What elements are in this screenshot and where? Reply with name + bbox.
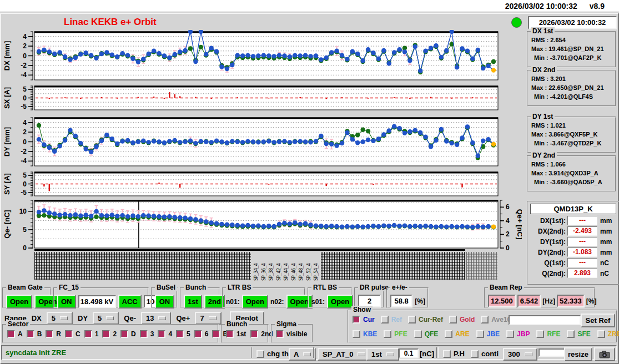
show-checkbox-sfe[interactable]: SFE <box>567 330 590 338</box>
checkbox-label: Cur <box>363 316 375 323</box>
range-qep-dropdown[interactable]: 7 <box>195 312 221 325</box>
show-checkbox-jbp[interactable]: JBP <box>506 330 530 338</box>
show-checkbox-are[interactable]: ARE <box>445 330 469 338</box>
busel-on-button[interactable]: ON <box>155 295 174 309</box>
busel-group: BuSel ON <box>151 287 178 308</box>
set-ref-button[interactable]: Set Ref <box>581 314 615 327</box>
fc15-kv-field[interactable]: 18.498 kV <box>78 295 116 308</box>
sector-checkbox-b[interactable]: B <box>27 330 42 338</box>
sector-checkbox-1[interactable]: 1 <box>84 330 99 338</box>
show-checkbox-zre[interactable]: ZRE <box>597 330 619 338</box>
range-dx-dropdown[interactable]: 5 <box>47 312 73 325</box>
application-window: 2026/03/02 10:00:32 v8.9 Linac KEKB e+ O… <box>0 0 619 364</box>
bpm-name-dense-labels <box>321 252 465 280</box>
bpm-select-dropdown[interactable]: SP_AT_0 <box>318 348 370 361</box>
show-checkbox-kbe[interactable]: KBE <box>353 330 377 338</box>
checkbox-icon <box>102 330 110 338</box>
sector-checkbox-6[interactable]: 6 <box>194 330 209 338</box>
rtl-s01-label: s01: <box>311 298 325 306</box>
chart-qe: 1050Qe- [nC]6420Qe+ [nC] <box>0 199 522 250</box>
statusbar-divider <box>313 347 315 358</box>
svg-text:5: 5 <box>23 171 27 179</box>
sector-checkbox-r[interactable]: R <box>46 330 61 338</box>
show-checkbox-cur-ref[interactable]: Cur-Ref <box>408 316 443 323</box>
checkbox-label: B <box>37 330 42 338</box>
bunch-checkbox-2nd[interactable]: 2nd <box>250 330 273 338</box>
checkbox-icon <box>176 330 184 338</box>
beam-gate-open-button-1[interactable]: Open <box>6 295 32 309</box>
bpm-row-value: --- <box>567 237 597 246</box>
stat-line: Max : 3.866@QXF5P_K <box>528 130 615 139</box>
sector-checkbox-a[interactable]: A <box>7 330 23 338</box>
svg-text:-4: -4 <box>21 71 27 79</box>
extra-input[interactable] <box>539 348 565 357</box>
fc15-acc-button[interactable]: ACC <box>118 295 142 309</box>
bpm-name-label: SP_54_4 <box>313 252 319 281</box>
ref-file-input[interactable] <box>509 315 581 325</box>
bunch-1st-button[interactable]: 1st <box>184 295 202 309</box>
sector-checkbox-d[interactable]: D <box>120 330 136 338</box>
threshold-field[interactable]: 0.1 <box>399 348 419 358</box>
chg-th-checkbox[interactable]: chg th <box>256 350 289 358</box>
sector-checkbox-2[interactable]: 2 <box>102 330 117 338</box>
bunch-check-group: Bunch 1st2nd <box>221 324 269 343</box>
resize-button[interactable]: resize <box>564 347 592 361</box>
ratio-field[interactable]: 58.8 <box>390 295 412 307</box>
show-checkbox-rfe[interactable]: RFE <box>536 330 560 338</box>
beam-rep-hz-label: [Hz] <box>542 297 555 305</box>
checkbox-icon <box>414 330 422 338</box>
bpm-row-unit: mm <box>600 228 612 235</box>
points-dropdown[interactable]: 300 <box>503 348 537 361</box>
checkbox-icon <box>27 330 34 338</box>
status-message: syncdata init ZRE <box>6 348 66 357</box>
checkbox-icon <box>443 350 451 358</box>
show-checkbox-ref[interactable]: Ref <box>381 316 402 323</box>
checkbox-icon <box>226 330 234 338</box>
ltr-n01-open-button[interactable]: Open <box>242 295 268 309</box>
sector-checkbox-4[interactable]: 4 <box>158 330 172 338</box>
camera-button[interactable] <box>594 347 615 361</box>
dropdown-indicator-icon <box>525 352 532 356</box>
show-checkbox-pfe[interactable]: PFE <box>384 330 407 338</box>
svg-text:2: 2 <box>23 42 27 50</box>
bpm-name-label: SP_52_4 <box>306 252 311 281</box>
checkbox-label: ZRE <box>608 330 619 338</box>
bpm-monitor-row: DY(2nd):-1.083mm <box>528 247 618 257</box>
show-checkbox-gold[interactable]: Gold <box>449 316 475 323</box>
bpm-monitor-row: DY(1st):---mm <box>528 236 618 247</box>
bunch-checkbox-1st[interactable]: 1st <box>226 330 246 338</box>
range-qem-dropdown[interactable]: 13 <box>141 312 171 325</box>
rtl-s01-open-button[interactable]: Open <box>327 295 353 309</box>
bpm-row-value: -2.493 <box>567 226 597 236</box>
bunch-select-dropdown[interactable]: 1st <box>366 348 399 361</box>
sector-checkbox-c[interactable]: C <box>65 330 80 338</box>
show-checkbox-ave10[interactable]: Ave10 <box>481 316 511 323</box>
svg-text:-5: -5 <box>21 103 27 110</box>
sector-checkbox-3[interactable]: 3 <box>140 330 154 338</box>
checkbox-icon <box>256 350 264 358</box>
sector-select-dropdown[interactable]: A <box>289 348 316 361</box>
fc15-on-button[interactable]: ON <box>57 295 76 309</box>
dr-pulse-label: DR pulse <box>358 284 390 291</box>
statusbar-divider <box>251 347 253 358</box>
stat-line: Min : -4.201@QLF4S <box>528 92 615 101</box>
ph-checkbox[interactable]: P.H <box>443 350 465 358</box>
titlebar-datetime: 2026/03/02 10:00:32 <box>505 2 577 11</box>
svg-text:Qe- [nC]: Qe- [nC] <box>3 210 11 238</box>
stat-group-title: DX 2nd <box>531 66 557 74</box>
stat-group-dy-1st: DY 1stRMS : 1.021Max : 3.866@QXF5P_KMin … <box>527 117 616 153</box>
show-checkbox-cur[interactable]: Cur <box>353 316 375 323</box>
conti-checkbox[interactable]: conti <box>471 350 499 358</box>
checkbox-label: 6 <box>205 330 209 338</box>
show-checkbox-jbe[interactable]: JBE <box>476 330 500 338</box>
range-dy-dropdown[interactable]: 5 <box>93 312 119 325</box>
bpm-name-label: SP_44_4 <box>283 252 289 281</box>
dropdown-indicator-icon <box>303 352 311 356</box>
show-label: Show <box>351 306 373 314</box>
sigma-checkbox-visible[interactable]: visible <box>276 330 307 338</box>
beam-gate-label: Beam Gate <box>6 284 44 291</box>
sector-checkbox-5[interactable]: 5 <box>176 330 190 338</box>
checkbox-icon <box>481 316 489 323</box>
checkbox-icon <box>84 330 92 338</box>
show-checkbox-qfe[interactable]: QFE <box>414 330 439 338</box>
